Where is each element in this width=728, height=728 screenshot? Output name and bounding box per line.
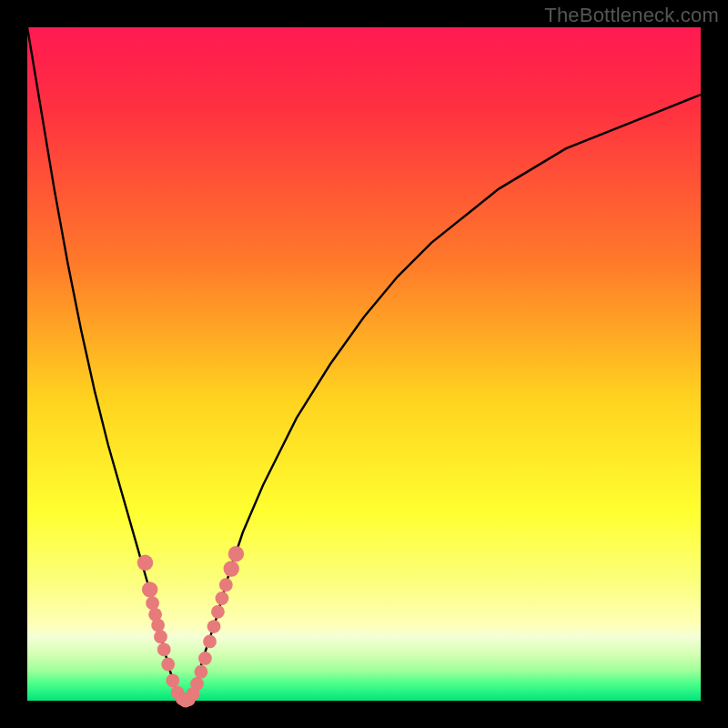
curve-marker (203, 635, 217, 649)
curve-marker (195, 665, 208, 679)
chart-frame: TheBottleneck.com (0, 0, 728, 728)
curve-marker (142, 581, 157, 597)
curve-marker (146, 596, 159, 610)
curve-marker (198, 652, 212, 665)
curve-marker (154, 630, 167, 643)
bottleneck-curve (27, 27, 701, 701)
curve-path (27, 27, 701, 701)
curve-marker (207, 620, 221, 633)
plot-area (27, 27, 701, 701)
curve-marker (166, 673, 179, 687)
curve-marker (224, 561, 239, 576)
curve-marker (211, 605, 225, 619)
curve-marker (219, 578, 233, 592)
curve-marker (137, 555, 153, 571)
curve-marker (151, 619, 165, 632)
watermark-text: TheBottleneck.com (544, 4, 719, 27)
curve-marker (216, 592, 229, 605)
curve-markers (137, 546, 244, 707)
curve-marker (228, 546, 244, 561)
curve-marker (190, 677, 204, 691)
curve-marker (161, 658, 175, 672)
curve-marker (157, 642, 171, 656)
